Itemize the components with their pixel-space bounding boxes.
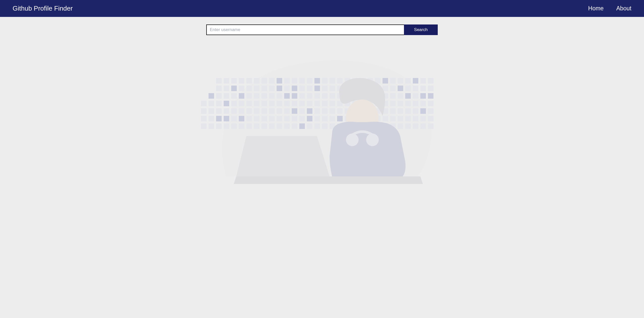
svg-rect-187 xyxy=(246,123,252,129)
svg-rect-146 xyxy=(405,108,411,114)
svg-rect-34 xyxy=(254,86,259,91)
svg-rect-10 xyxy=(292,78,297,84)
svg-rect-93 xyxy=(239,101,244,106)
svg-rect-6 xyxy=(261,78,267,84)
svg-rect-177 xyxy=(405,116,411,121)
svg-rect-181 xyxy=(201,123,207,129)
svg-rect-158 xyxy=(261,116,267,121)
svg-rect-82 xyxy=(390,93,396,99)
svg-rect-102 xyxy=(307,101,312,106)
svg-rect-36 xyxy=(269,86,275,91)
svg-rect-194 xyxy=(299,123,305,129)
svg-rect-208 xyxy=(405,123,411,129)
svg-rect-164 xyxy=(307,116,312,121)
svg-rect-207 xyxy=(398,123,403,129)
nav-link-home[interactable]: Home xyxy=(588,5,604,12)
svg-rect-83 xyxy=(398,93,403,99)
svg-rect-64 xyxy=(254,93,259,99)
svg-rect-9 xyxy=(284,78,290,84)
svg-rect-55 xyxy=(413,86,418,91)
svg-rect-166 xyxy=(322,116,328,121)
search-wrapper: Search xyxy=(206,24,438,35)
username-input[interactable] xyxy=(206,24,404,35)
svg-rect-29 xyxy=(216,86,222,91)
svg-rect-96 xyxy=(261,101,267,106)
svg-rect-123 xyxy=(231,108,237,114)
svg-rect-100 xyxy=(292,101,297,106)
svg-rect-2 xyxy=(231,78,237,84)
svg-rect-14 xyxy=(322,78,328,84)
svg-rect-101 xyxy=(299,101,305,106)
svg-rect-84 xyxy=(405,93,411,99)
svg-rect-53 xyxy=(398,86,403,91)
svg-rect-119 xyxy=(201,108,207,114)
svg-rect-118 xyxy=(428,101,433,106)
svg-rect-151 xyxy=(209,116,214,121)
svg-rect-149 xyxy=(428,108,433,114)
svg-rect-41 xyxy=(307,86,312,91)
svg-rect-117 xyxy=(420,101,426,106)
svg-rect-15 xyxy=(330,78,335,84)
svg-rect-131 xyxy=(292,108,297,114)
svg-rect-180 xyxy=(428,116,433,121)
svg-rect-71 xyxy=(307,93,312,99)
svg-rect-132 xyxy=(299,108,305,114)
svg-rect-99 xyxy=(284,101,290,106)
svg-rect-120 xyxy=(209,108,214,114)
svg-rect-184 xyxy=(224,123,229,129)
svg-rect-90 xyxy=(216,101,222,106)
svg-rect-94 xyxy=(246,101,252,106)
svg-rect-189 xyxy=(261,123,267,129)
svg-rect-157 xyxy=(254,116,259,121)
svg-rect-85 xyxy=(413,93,418,99)
svg-rect-175 xyxy=(390,116,396,121)
svg-rect-154 xyxy=(231,116,237,121)
nav-link-about[interactable]: About xyxy=(616,5,631,12)
svg-rect-72 xyxy=(314,93,320,99)
svg-rect-67 xyxy=(277,93,282,99)
svg-rect-211 xyxy=(428,123,433,129)
svg-rect-0 xyxy=(216,78,222,84)
svg-rect-126 xyxy=(254,108,259,114)
search-button[interactable]: Search xyxy=(404,24,438,35)
svg-rect-125 xyxy=(246,108,252,114)
svg-rect-122 xyxy=(224,108,229,114)
svg-rect-137 xyxy=(337,108,343,114)
svg-rect-190 xyxy=(269,123,275,129)
svg-rect-179 xyxy=(420,116,426,121)
svg-rect-30 xyxy=(224,86,229,91)
navbar: Github Profile Finder Home About xyxy=(0,0,644,17)
svg-rect-193 xyxy=(292,123,297,129)
svg-rect-43 xyxy=(322,86,328,91)
svg-rect-62 xyxy=(239,93,244,99)
svg-rect-92 xyxy=(231,101,237,106)
svg-rect-176 xyxy=(398,116,403,121)
svg-rect-59 xyxy=(216,93,222,99)
svg-rect-134 xyxy=(314,108,320,114)
svg-rect-42 xyxy=(314,86,320,91)
svg-rect-16 xyxy=(337,78,343,84)
svg-rect-86 xyxy=(420,93,426,99)
svg-rect-8 xyxy=(277,78,282,84)
svg-rect-183 xyxy=(216,123,222,129)
svg-rect-196 xyxy=(314,123,320,129)
svg-rect-209 xyxy=(413,123,418,129)
svg-rect-33 xyxy=(246,86,252,91)
svg-rect-63 xyxy=(246,93,252,99)
svg-rect-23 xyxy=(390,78,396,84)
svg-rect-174 xyxy=(383,116,388,121)
svg-rect-28 xyxy=(428,78,433,84)
svg-rect-116 xyxy=(413,101,418,106)
svg-rect-127 xyxy=(261,108,267,114)
svg-rect-58 xyxy=(209,93,214,99)
svg-point-214 xyxy=(366,134,379,146)
svg-rect-178 xyxy=(413,116,418,121)
svg-rect-182 xyxy=(209,123,214,129)
svg-rect-12 xyxy=(307,78,312,84)
svg-rect-197 xyxy=(322,123,328,129)
svg-rect-152 xyxy=(216,116,222,121)
hero-illustration xyxy=(196,40,448,192)
svg-rect-68 xyxy=(284,93,290,99)
svg-point-213 xyxy=(346,134,359,146)
svg-rect-105 xyxy=(330,101,335,106)
